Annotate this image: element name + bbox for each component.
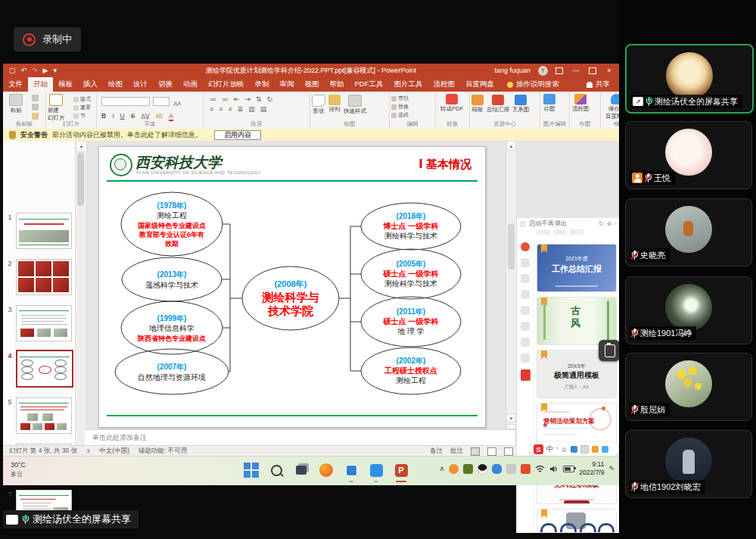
smartart-icon[interactable]: ▤: [260, 105, 267, 113]
tab-insert[interactable]: 插入: [78, 77, 103, 92]
meeting-app-icon[interactable]: [367, 461, 385, 479]
accessibility-status[interactable]: 辅助功能: 不可用: [138, 447, 187, 456]
tab-record[interactable]: 录制: [250, 77, 275, 92]
format-painter-icon[interactable]: [32, 113, 39, 120]
sogou-logo-icon[interactable]: S: [534, 444, 543, 454]
docer-home-icon[interactable]: [521, 242, 530, 251]
template-button[interactable]: 模板: [471, 95, 484, 114]
tab-draw[interactable]: 绘图: [103, 77, 128, 92]
save-icon[interactable]: ▢: [9, 67, 16, 74]
undo-icon[interactable]: ↶: [21, 67, 27, 74]
layout-button[interactable]: 版式: [80, 95, 91, 103]
checkbox-icon[interactable]: ▢: [520, 220, 526, 227]
flowchart-button[interactable]: 流程图: [572, 94, 590, 113]
panel-tool-icon[interactable]: [521, 306, 530, 315]
align-center-icon[interactable]: ≡: [219, 105, 222, 113]
keyboard-icon[interactable]: [580, 445, 589, 453]
participant-tile[interactable]: 王悦: [625, 121, 752, 189]
template-card-2[interactable]: 古 风: [537, 297, 617, 345]
ribbon-display-icon[interactable]: [555, 67, 563, 74]
task-view-button[interactable]: [292, 461, 310, 479]
collapse-panel-icon[interactable]: ›: [614, 220, 617, 227]
collapse-ribbon-icon[interactable]: ∧: [613, 120, 617, 126]
template-card-6[interactable]: [537, 509, 617, 533]
slide-thumbnail-3[interactable]: [16, 305, 72, 341]
tab-transitions[interactable]: 切换: [153, 77, 178, 92]
participant-tile[interactable]: 史晓亮: [625, 198, 752, 266]
account-avatar[interactable]: T: [538, 66, 548, 76]
enable-content-button[interactable]: 启用内容: [214, 130, 261, 140]
slide-thumbnail-4-selected[interactable]: [16, 350, 73, 388]
align-right-icon[interactable]: ≡: [229, 105, 232, 113]
font-name-input[interactable]: [101, 97, 150, 106]
slideshow-icon[interactable]: ▶: [43, 67, 48, 74]
align-left-icon[interactable]: ≡: [210, 105, 213, 113]
clipboard-fab[interactable]: [599, 340, 620, 361]
powerpoint-icon[interactable]: P: [392, 461, 410, 479]
cut-icon[interactable]: [32, 95, 39, 101]
indent-increase-icon[interactable]: ⇥: [245, 95, 251, 103]
account-name[interactable]: tang fuquan: [494, 67, 530, 74]
slide-thumbnail-1[interactable]: [16, 213, 72, 249]
tab-template[interactable]: 模板: [53, 77, 78, 92]
search-button[interactable]: [267, 461, 285, 479]
panel-tool-icon[interactable]: [521, 322, 530, 331]
tab-review[interactable]: 审阅: [275, 77, 300, 92]
tab-pdf-tools[interactable]: PDF工具: [350, 77, 389, 92]
tray-expand-icon[interactable]: ∧: [440, 465, 445, 472]
template-card-1[interactable]: 2021年度 工作总结汇报: [537, 244, 617, 292]
close-panel-icon[interactable]: ⊗: [607, 220, 612, 227]
tab-animations[interactable]: 动画: [178, 77, 203, 92]
thumbnail-scrollbar[interactable]: ▲: [75, 141, 86, 445]
copy-icon[interactable]: [32, 104, 39, 111]
chinese-mode-icon[interactable]: 中: [546, 444, 553, 454]
bullets-icon[interactable]: ≔: [210, 95, 216, 103]
share-button[interactable]: 共享: [586, 77, 619, 92]
spellcheck-icon[interactable]: ⊻: [86, 448, 90, 454]
panel-tool-icon[interactable]: [521, 258, 530, 267]
tab-baidu-pan[interactable]: 百度网盘: [460, 77, 499, 92]
red-packet-icon[interactable]: [521, 369, 530, 381]
participant-tile-sharing[interactable]: ↗ 测绘汤伏全的屏幕共享: [625, 44, 754, 114]
refresh-icon[interactable]: ↻: [599, 220, 604, 227]
filter-bar[interactable]: [537, 229, 617, 238]
redo-icon[interactable]: ↷: [32, 67, 38, 74]
font-size-input[interactable]: [153, 97, 170, 106]
select-button[interactable]: 选择: [398, 111, 409, 119]
find-button[interactable]: 查找: [398, 95, 409, 102]
slideshow-view-icon[interactable]: [504, 447, 513, 456]
tray-alert-icon[interactable]: [521, 464, 530, 474]
justify-icon[interactable]: ≣: [238, 105, 244, 113]
notes-pane[interactable]: 单击此处添加备注: [85, 429, 515, 445]
to-pdf-button[interactable]: 转成PDF: [440, 94, 463, 113]
relation-chart-button[interactable]: 关系图: [512, 95, 530, 114]
tray-tool-icon[interactable]: [506, 464, 516, 474]
section-button[interactable]: 节: [80, 112, 86, 120]
panel-tool-icon[interactable]: [521, 338, 530, 347]
slide-scrollbar[interactable]: ▲ ▼ ▲▲ ▼▼: [506, 141, 516, 445]
browser-icon[interactable]: [317, 461, 335, 479]
panel-tool-icon[interactable]: [521, 290, 530, 299]
docs-app-icon[interactable]: [342, 461, 360, 479]
slide-sorter-view-icon[interactable]: [487, 447, 496, 456]
indent-decrease-icon[interactable]: ⇤: [234, 95, 240, 103]
tab-home[interactable]: 开始: [28, 77, 53, 92]
emoji-icon[interactable]: ☺: [561, 446, 568, 453]
qq-icon[interactable]: [478, 464, 487, 474]
quick-styles-button[interactable]: 快速样式: [344, 95, 366, 115]
slide-thumbnail-5[interactable]: [16, 397, 72, 434]
summary-report-button[interactable]: 总结汇报: [487, 95, 509, 114]
arrange-button[interactable]: 排列: [328, 95, 341, 115]
tray-app-icon[interactable]: [449, 464, 459, 474]
tab-flowchart[interactable]: 流程图: [428, 77, 461, 92]
comments-toggle[interactable]: 批注: [450, 447, 463, 456]
columns-icon[interactable]: ▥: [248, 105, 255, 113]
customize-quick-access-icon[interactable]: ▾: [54, 67, 58, 74]
toolbox-icon[interactable]: [592, 446, 599, 453]
scroll-down-icon[interactable]: ▼: [506, 413, 516, 422]
volume-icon[interactable]: [549, 465, 558, 473]
close-icon[interactable]: ×: [604, 67, 614, 74]
notes-toggle[interactable]: 备注: [430, 447, 443, 456]
text-direction-icon[interactable]: ↻: [267, 95, 273, 103]
grow-font-icon[interactable]: A˄: [173, 100, 182, 107]
